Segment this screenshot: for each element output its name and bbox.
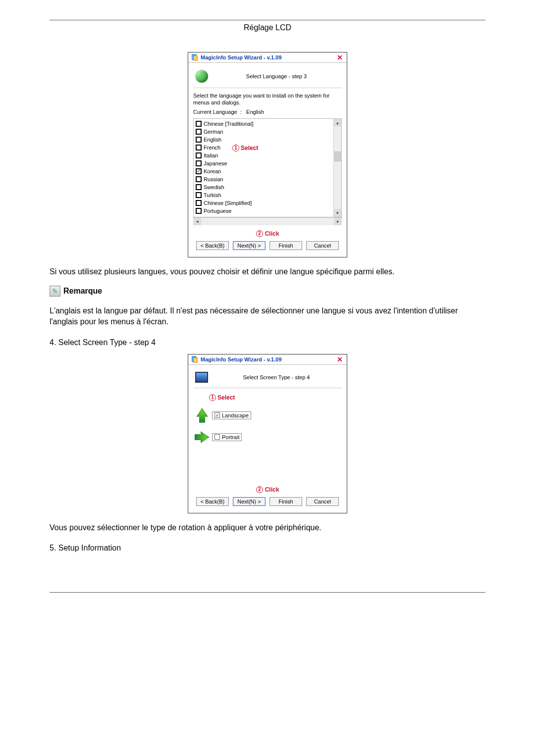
- current-language-row: Current Language : English: [193, 108, 342, 115]
- scroll-right-icon[interactable]: ▸: [334, 218, 342, 225]
- language-checkbox[interactable]: [196, 200, 202, 206]
- dialog1-wrap: MagicInfo Setup Wizard - v.1.09 ✕ Select…: [50, 52, 485, 257]
- vertical-scrollbar[interactable]: ▴ ▾: [333, 119, 341, 217]
- current-language-value: English: [246, 109, 264, 115]
- language-checkbox[interactable]: [196, 137, 202, 143]
- language-item[interactable]: French: [196, 144, 331, 151]
- finish-button[interactable]: Finish: [269, 241, 302, 250]
- language-label: Swedish: [204, 184, 224, 190]
- language-label: Korean: [204, 168, 221, 174]
- page-title: Réglage LCD: [50, 23, 485, 32]
- scroll-left-icon[interactable]: ◂: [193, 218, 201, 225]
- language-item[interactable]: Swedish: [196, 183, 331, 191]
- language-checkbox[interactable]: [196, 145, 202, 151]
- language-item[interactable]: Chinese [Traditional]: [196, 120, 331, 128]
- select-annotation-text: Select: [241, 145, 258, 151]
- language-label: Russian: [204, 176, 223, 182]
- titlebar: MagicInfo Setup Wizard - v.1.09 ✕: [188, 354, 347, 365]
- top-rule: [50, 20, 485, 20]
- scroll-thumb[interactable]: [334, 151, 341, 161]
- language-checkbox[interactable]: [196, 184, 202, 190]
- dialog2-wrap: MagicInfo Setup Wizard - v.1.09 ✕ Select…: [50, 354, 485, 513]
- app-icon: [191, 54, 198, 61]
- language-label: French: [204, 145, 220, 151]
- language-checkbox[interactable]: [196, 129, 202, 135]
- language-label: German: [204, 129, 223, 135]
- badge-2-icon: 2: [256, 486, 263, 493]
- language-checkbox[interactable]: [196, 160, 202, 166]
- titlebar: MagicInfo Setup Wizard - v.1.09 ✕: [188, 52, 347, 63]
- language-checkbox[interactable]: [196, 152, 202, 158]
- next-button[interactable]: Next(N) >: [233, 241, 266, 250]
- scroll-up-icon[interactable]: ▴: [334, 119, 341, 127]
- language-label: Chinese [Traditional]: [204, 121, 253, 127]
- step-header: Select Language - step 3: [193, 67, 342, 88]
- app-icon: [191, 356, 198, 363]
- window-title: MagicInfo Setup Wizard - v.1.09: [201, 54, 333, 60]
- option-portrait[interactable]: Portrait: [196, 430, 339, 445]
- cancel-button[interactable]: Cancel: [306, 497, 339, 506]
- click-annotation: 2 Click: [193, 230, 342, 237]
- step-title: Select Language - step 3: [213, 73, 340, 79]
- scroll-down-icon[interactable]: ▾: [334, 209, 341, 217]
- language-checkbox[interactable]: [196, 168, 202, 174]
- scroll-track[interactable]: [334, 127, 341, 209]
- language-item[interactable]: Chinese [Simplified]: [196, 199, 331, 207]
- language-item[interactable]: Italian: [196, 151, 331, 159]
- badge-1-icon: 1: [232, 145, 239, 151]
- portrait-checkbox-wrap[interactable]: Portrait: [212, 433, 242, 441]
- back-button[interactable]: < Back(B): [196, 497, 229, 506]
- tree-portrait-icon: [195, 431, 210, 443]
- next-button[interactable]: Next(N) >: [233, 497, 266, 506]
- remark-label: Remarque: [63, 287, 102, 296]
- step5-heading: 5. Setup Information: [50, 544, 485, 553]
- landscape-label: Landscape: [222, 412, 249, 418]
- language-item[interactable]: German: [196, 128, 331, 136]
- select-annotation: 1 Select: [232, 145, 258, 151]
- language-checkbox[interactable]: [196, 121, 202, 127]
- close-icon[interactable]: ✕: [336, 54, 344, 61]
- landscape-checkbox[interactable]: [214, 412, 220, 418]
- divider: [193, 88, 342, 88]
- horizontal-scrollbar[interactable]: ◂ ▸: [193, 217, 342, 225]
- language-item[interactable]: Russian: [196, 175, 331, 183]
- language-checkbox[interactable]: [196, 208, 202, 214]
- hscroll-track[interactable]: [201, 218, 334, 225]
- portrait-checkbox[interactable]: [214, 434, 220, 440]
- language-item[interactable]: Turkish: [196, 191, 331, 199]
- step-title: Select Screen Type - step 4: [213, 374, 340, 380]
- language-checkbox[interactable]: [196, 192, 202, 198]
- option-landscape[interactable]: Landscape: [196, 408, 339, 423]
- language-item[interactable]: Portuguese: [196, 207, 331, 215]
- finish-button[interactable]: Finish: [269, 497, 302, 506]
- close-icon[interactable]: ✕: [336, 356, 344, 363]
- svg-rect-1: [193, 56, 197, 61]
- language-item[interactable]: Japanese: [196, 159, 331, 167]
- window-title: MagicInfo Setup Wizard - v.1.09: [201, 356, 333, 362]
- language-label: English: [204, 137, 221, 143]
- paragraph-1: Si vous utilisez plusieurs langues, vous…: [50, 266, 485, 277]
- select-annotation: 1 Select: [209, 394, 235, 401]
- dialog-language: MagicInfo Setup Wizard - v.1.09 ✕ Select…: [188, 52, 347, 257]
- note-icon: ✎: [50, 286, 60, 297]
- dialog-screen-type: MagicInfo Setup Wizard - v.1.09 ✕ Select…: [188, 354, 347, 513]
- language-item[interactable]: English: [196, 136, 331, 144]
- monitor-icon: [195, 372, 208, 383]
- document-page: Réglage LCD MagicInfo Setup Wizard - v.1…: [0, 0, 535, 622]
- click-annotation-text: Click: [265, 486, 279, 493]
- language-checkbox[interactable]: [196, 176, 202, 182]
- button-row: < Back(B) Next(N) > Finish Cancel: [193, 240, 342, 252]
- svg-rect-3: [193, 357, 197, 362]
- portrait-label: Portrait: [222, 434, 239, 440]
- current-language-label: Current Language: [193, 109, 237, 115]
- back-button[interactable]: < Back(B): [196, 241, 229, 250]
- landscape-checkbox-wrap[interactable]: Landscape: [212, 411, 251, 419]
- language-list[interactable]: Chinese [Traditional]GermanEnglishFrench…: [194, 119, 333, 217]
- language-label: Chinese [Simplified]: [204, 200, 252, 206]
- globe-icon: [195, 70, 208, 83]
- language-list-container: Chinese [Traditional]GermanEnglishFrench…: [193, 118, 342, 217]
- divider: [193, 388, 342, 388]
- cancel-button[interactable]: Cancel: [306, 241, 339, 250]
- dialog-body: Select Screen Type - step 4 1 Select Lan…: [188, 365, 347, 513]
- language-item[interactable]: Korean: [196, 167, 331, 175]
